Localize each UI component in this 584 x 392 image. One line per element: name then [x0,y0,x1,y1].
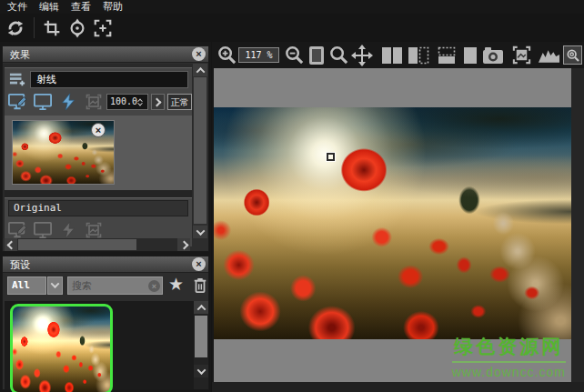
preset-search-box: × [67,276,163,295]
preset-thumbnail-selected[interactable] [10,304,113,392]
clear-search-icon[interactable]: × [148,280,160,292]
blend-mode-button[interactable]: 正常 [167,94,192,110]
presets-close-icon[interactable]: × [192,257,206,271]
chevron-up-icon [196,66,205,75]
actual-size-button[interactable] [327,44,350,66]
effect-card[interactable]: 射线 [5,67,192,246]
effect-thumbnail-strip: × [5,116,192,190]
dual-view-button[interactable] [380,44,404,66]
preset-filter-chevron-button[interactable] [47,276,63,295]
expand-button[interactable] [91,16,115,39]
presets-controls-row: All × ★ [3,276,208,297]
main-toolbar [0,14,584,42]
split-view-button[interactable] [407,44,430,66]
toolbar-separator [34,17,35,38]
histogram-button[interactable] [537,44,560,66]
presets-panel-header: 预设 × [3,256,208,273]
effects-horizontal-scrollbar[interactable] [5,238,190,251]
original-label: Original [8,200,188,216]
scroll-up-button[interactable] [193,64,207,76]
preset-list [5,301,208,389]
presets-vertical-scrollbar[interactable] [194,301,208,389]
scroll-up-button[interactable] [194,301,208,314]
menu-view[interactable]: 查看 [71,0,91,14]
scroll-down-button[interactable] [194,365,208,377]
effect-thumb-close-icon[interactable]: × [91,123,106,137]
canvas-bottom-gutter [212,382,584,392]
preview-effect-button[interactable] [32,92,54,112]
single-view-button[interactable] [458,44,482,66]
render-effect-button[interactable] [57,92,79,112]
monitor-icon [33,93,53,111]
monitor-edit-icon [6,220,28,240]
rotate-button[interactable] [65,16,89,39]
delete-preset-button[interactable] [192,276,208,295]
pan-button[interactable] [350,44,374,66]
scroll-down-button[interactable] [193,226,207,238]
scrollbar-thumb[interactable] [18,239,136,250]
presets-panel: 预设 × All × ★ [2,256,209,390]
scrollbar-thumb[interactable] [195,316,207,357]
menu-file[interactable]: 文件 [7,0,27,14]
histogram-icon [538,47,560,64]
pan-arrows-icon [351,45,373,66]
preset-filter-dropdown[interactable]: All [7,276,46,295]
zoom-out-icon [284,45,305,65]
snapshot-button[interactable] [481,44,505,66]
loupe-button[interactable] [563,45,582,65]
effect-stack-icon [8,71,26,87]
effect-controls-row: 100.0 正常 [5,92,192,114]
preview-frame-button[interactable] [509,44,533,66]
effects-panel-title: 效果 [10,48,30,62]
chevron-down-icon [196,226,205,236]
search-input[interactable] [72,278,146,293]
frame-image-icon [83,220,105,240]
effect-name-row: 射线 [5,70,192,90]
rotate-icon [67,18,87,38]
chevron-down-icon [196,366,206,375]
frame-image-icon [85,93,103,111]
effects-panel: 效果 × 射线 [2,45,209,252]
effects-close-icon[interactable]: × [192,47,206,61]
single-view-icon [462,46,478,65]
split-view-icon [408,46,429,65]
expand-settings-button[interactable] [151,94,165,110]
edit-effect-button[interactable] [6,92,28,112]
refresh-icon [5,18,25,38]
spinner-arrows[interactable] [137,95,146,108]
favorite-star-icon[interactable]: ★ [168,274,184,295]
watermark-site-name: 绿色资源网 [452,334,566,363]
effects-vertical-scrollbar[interactable] [193,64,207,238]
chevron-up-icon [196,304,206,313]
effect-opacity-spinner[interactable]: 100.0 [106,94,148,110]
zoom-percent-field[interactable]: 117 % [238,47,279,63]
scrollbar-thumb[interactable] [194,77,206,224]
canvas-image[interactable] [214,107,571,339]
effect-name-field[interactable]: 射线 [30,71,188,88]
frame-image-icon [511,45,532,65]
before-after-button[interactable] [435,44,458,66]
fit-screen-button[interactable] [305,44,328,66]
frame-effect-button[interactable] [83,92,105,112]
menu-help[interactable]: 帮助 [103,0,123,14]
left-panel-column: 效果 × 射线 [0,42,211,392]
effect-opacity-value: 100.0 [110,96,137,106]
chevron-left-icon [6,240,15,249]
zoom-in-button[interactable] [215,44,238,66]
refresh-button[interactable] [4,16,27,39]
scroll-left-button[interactable] [5,238,17,251]
crop-button[interactable] [40,16,64,39]
chevron-right-icon [152,97,161,106]
card-divider [5,190,192,197]
effects-panel-body: 射线 [3,64,194,238]
magnifier-icon [328,45,349,65]
chevron-right-icon [179,240,188,249]
light-source-marker[interactable] [327,153,335,161]
zoom-out-button[interactable] [282,44,306,66]
scroll-right-button[interactable] [177,238,190,251]
menu-edit[interactable]: 编辑 [39,0,59,14]
expand-icon [93,18,113,38]
zoom-in-icon [216,45,237,65]
canvas-viewport[interactable]: 绿色资源网 www.downcc.com [214,68,571,382]
fit-rectangle-icon [307,45,326,65]
